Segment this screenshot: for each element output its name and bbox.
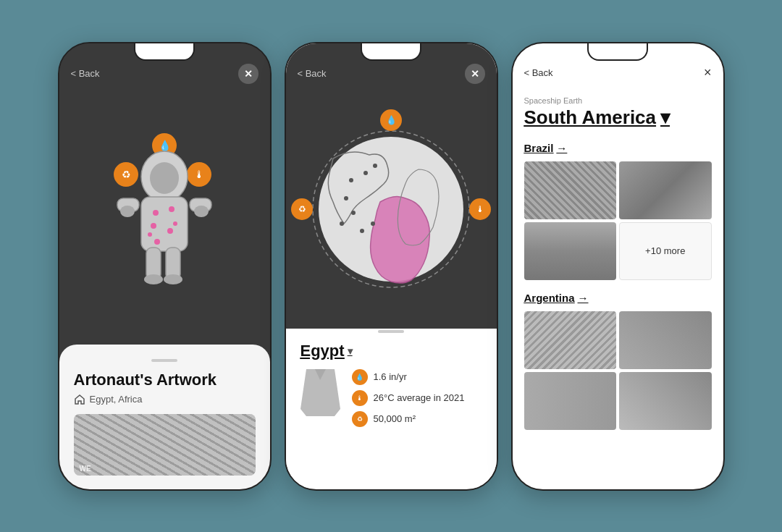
drag-handle-2 [378,330,404,333]
phone2-nav: < Back ✕ [286,43,497,90]
brazil-image-1 [524,161,617,219]
phones-container: < Back ✕ 💧 ♻ 🌡 [43,28,739,505]
artwork-title: Artonaut's Artwork [74,371,256,389]
svg-point-17 [148,232,152,237]
drag-handle [151,359,177,362]
argentina-image-3 [524,372,617,430]
svg-point-9 [144,274,163,284]
close-button-3[interactable]: × [704,65,712,80]
svg-point-12 [169,206,175,212]
astronaut-svg [114,140,215,285]
phone-globe: < Back ✕ 💧 ♻ 🌡 [285,42,498,491]
svg-point-13 [151,223,156,229]
phone3-header: < Back × [513,43,723,88]
temperature-icon: 🌡 [352,390,368,406]
argentina-image-grid [524,311,712,430]
brazil-image-grid: +10 more [524,161,712,280]
brazil-image-3 [524,222,617,280]
svg-point-11 [153,210,159,216]
svg-point-8 [194,206,209,217]
globe-water-icon: 💧 [380,109,402,131]
artwork-location: Egypt, Africa [74,394,256,405]
svg-point-28 [373,164,377,168]
back-button[interactable]: < Back [71,68,100,79]
argentina-image-1 [524,311,617,369]
artwork-card: Artonaut's Artwork Egypt, Africa WE [59,345,270,489]
close-button-2[interactable]: ✕ [465,64,485,84]
stat-rainfall: 💧 1.6 in/yr [352,369,465,385]
svg-point-22 [344,196,348,200]
svg-point-21 [349,178,353,182]
brazil-section: Brazil → +10 more [524,142,712,280]
region-title: South America ▾ [524,106,712,129]
artwork-thumbnail: WE [74,414,256,476]
svg-point-1 [150,162,179,194]
home-icon [74,394,85,405]
argentina-section: Argentina → [524,292,712,430]
country-title: Egypt ▾ [300,342,482,360]
phone-region-list: < Back × Spaceship Earth South America ▾… [511,42,725,491]
svg-point-7 [120,206,135,217]
close-button[interactable]: ✕ [238,64,258,84]
stat-area: ♻ 50,000 m² [352,411,465,427]
svg-point-15 [154,239,160,245]
svg-point-24 [340,221,344,226]
breadcrumb-subtitle: Spaceship Earth [524,96,712,105]
back-button-2[interactable]: < Back [298,68,327,79]
svg-rect-2 [141,197,188,251]
phone1-nav: < Back ✕ [59,43,270,90]
more-images-button[interactable]: +10 more [619,222,712,280]
region-content: Spaceship Earth South America ▾ Brazil →… [513,88,723,491]
svg-point-10 [164,274,182,284]
svg-point-23 [351,211,356,215]
egypt-map [300,369,340,432]
globe-temp-icon: 🌡 [469,198,491,220]
globe-scene: 💧 ♻ 🌡 [286,90,497,329]
astronaut-scene: 💧 ♻ 🌡 [59,90,270,321]
dropdown-arrow[interactable]: ▾ [348,345,353,357]
argentina-image-4 [619,372,712,430]
argentina-link[interactable]: Argentina → [524,292,712,304]
svg-point-16 [173,221,177,226]
svg-point-27 [363,171,368,175]
egypt-shape-svg [300,369,340,416]
svg-point-25 [360,229,364,233]
globe-eco-icon: ♻ [291,198,313,220]
stat-temp: 🌡 26°C average in 2021 [352,390,465,406]
phone-artworks: < Back ✕ 💧 ♻ 🌡 [58,42,272,491]
region-dropdown-arrow[interactable]: ▾ [660,106,670,129]
area-icon: ♻ [352,411,368,427]
brazil-link[interactable]: Brazil → [524,142,712,154]
argentina-image-2 [619,311,712,369]
astronaut-figure: 💧 ♻ 🌡 [106,126,222,285]
country-stats: 💧 1.6 in/yr 🌡 26°C average in 2021 ♻ 50,… [352,369,465,432]
brazil-image-2 [619,161,712,219]
back-button-3[interactable]: < Back [524,67,553,78]
globe-svg [311,130,471,289]
rainfall-icon: 💧 [352,369,368,385]
svg-point-14 [167,228,173,234]
svg-point-26 [371,221,375,226]
